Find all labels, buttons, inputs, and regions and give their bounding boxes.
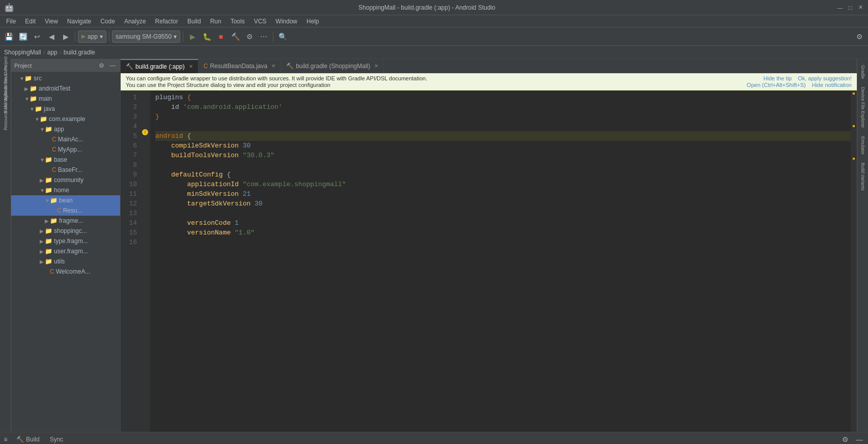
tree-item-bean[interactable]: ▼ 📁 bean [11,195,120,205]
sidebar-item-resource-manager[interactable]: Resource Manager [1,106,11,116]
toolbar-back-button[interactable]: ◀ [45,30,58,43]
tree-item-home[interactable]: ▼ 📁 home [11,185,120,195]
tree-item-androidtest[interactable]: ▶ 📁 androidTest [11,83,120,94]
sidebar-item-build-variants-right[interactable]: Build Variants [858,159,868,195]
tree-item-utils[interactable]: ▶ 📁 utils [11,256,120,267]
tree-label: androidTest [39,85,70,92]
code-content[interactable]: plugins { id 'com.android.application' }… [150,91,851,432]
tree-label: home [54,187,69,194]
menu-tools[interactable]: Tools [227,17,249,26]
code-editor[interactable]: 12345 678910 1112131415 16 ! plugins { i… [121,91,857,432]
folder-icon: 📁 [40,115,47,123]
tree-item-src[interactable]: ▼ 📁 src [11,73,120,83]
menu-build[interactable]: Build [183,17,205,26]
build-button[interactable]: 🔨 [229,30,242,43]
code-line: buildToolsVersion "30.0.3" [155,151,851,160]
maximize-button[interactable]: □ [847,4,854,11]
tree-item-fragme[interactable]: ▶ 📁 fragme... [11,216,120,226]
breadcrumb-sep-2: › [60,49,62,56]
toolbar-undo-button[interactable]: ↩ [31,30,44,43]
project-dropdown[interactable]: ▶ app ▾ [78,31,106,43]
toolbar-save-button[interactable]: 💾 [2,30,15,43]
tree-item-base[interactable]: ▼ 📁 base [11,155,120,165]
tree-item-java[interactable]: ▼ 📁 java [11,104,120,114]
folder-icon: 📁 [45,187,52,194]
device-dropdown[interactable]: samsung SM-G9550 ▾ [112,31,180,43]
breadcrumb: ShoppingMall › app › build.gradle [0,46,868,59]
tab-sync-label[interactable]: Sync [45,432,69,445]
arrow-icon: ▶ [40,228,45,234]
arrow-icon: ▼ [30,106,35,112]
sidebar-item-gradle[interactable]: Gradle [858,61,868,83]
tree-item-basefr[interactable]: C BaseFr... [11,165,120,175]
tree-item-welcomeactivity[interactable]: C WelcomeA... [11,267,120,277]
sidebar-item-emulator[interactable]: Emulator [858,132,868,159]
tree-item-resultbean[interactable]: C Resu... [11,205,120,216]
tree-item-typefragm[interactable]: ▶ 📁 type.fragm... [11,236,120,246]
open-shortcut-button[interactable]: Open (Ctrl+Alt+Shift+S) [747,82,806,88]
code-line: compileSdkVersion 30 [155,141,851,151]
arrow-icon: ▼ [24,96,30,102]
settings-icon[interactable]: ⚙ [853,30,866,43]
minimize-button[interactable]: — [836,4,844,11]
build-toggle-icon[interactable]: ≡ [0,436,11,443]
gradle-sync-icon[interactable]: ⚙ [243,30,256,43]
tab-close-icon[interactable]: ✕ [374,63,378,69]
code-line: targetSdkVersion 30 [155,199,851,209]
bottom-close-icon[interactable]: — [853,433,866,445]
tab-close-icon[interactable]: ✕ [271,63,275,69]
bottom-settings-icon[interactable]: ⚙ [838,433,852,445]
build-icon: 🔨 [16,436,24,443]
tab-icon: C [204,63,208,70]
tab-build-gradle-app[interactable]: 🔨 build.gradle (:app) ✕ [121,59,199,73]
bottom-tab-actions: ⚙ — [838,433,868,445]
chevron-down-icon: ▾ [100,33,103,40]
folder-icon: 📁 [35,105,42,112]
run-button[interactable]: ▶ [186,30,199,43]
tree-label: MyApp... [58,146,82,153]
more-tools-icon[interactable]: ⋯ [257,30,270,43]
hide-notification-button[interactable]: Hide notification [812,82,852,88]
hide-tip-button[interactable]: Hide the tip [764,75,792,81]
menu-vcs[interactable]: VCS [250,17,271,26]
ok-suggestion-button[interactable]: Ok, apply suggestion! [798,75,852,81]
breadcrumb-app[interactable]: app [47,49,58,56]
search-button[interactable]: 🔍 [276,30,289,43]
close-button[interactable]: ✕ [857,4,864,11]
menu-navigate[interactable]: Navigate [63,17,95,26]
menu-code[interactable]: Code [96,17,119,26]
toolbar-forward-button[interactable]: ▶ [59,30,72,43]
breadcrumb-build-gradle[interactable]: build.gradle [64,49,95,56]
panel-hide-icon[interactable]: — [108,61,117,70]
menu-run[interactable]: Run [206,17,226,26]
tree-item-myapp[interactable]: C MyApp... [11,144,120,155]
menu-view[interactable]: View [41,17,62,26]
tab-build-label[interactable]: 🔨 Build [11,432,45,445]
sidebar-item-device-file-explorer[interactable]: Device File Explorer [858,83,868,132]
tab-label: build.gradle (ShoppingMall) [296,63,370,70]
stop-button[interactable]: ■ [214,30,228,43]
menu-file[interactable]: File [2,17,20,26]
menu-help[interactable]: Help [302,17,323,26]
tree-item-main[interactable]: ▼ 📁 main [11,94,120,104]
tree-item-app[interactable]: ▼ 📁 app [11,124,120,134]
panel-settings-icon[interactable]: ⚙ [97,61,106,70]
tree-label: Resu... [63,207,82,214]
tab-resultbeandata[interactable]: C ResultBeanData.java ✕ [199,59,281,73]
tree-item-com-example[interactable]: ▼ 📁 com.example [11,114,120,124]
project-label: Project [14,63,32,69]
menu-analyze[interactable]: Analyze [120,17,150,26]
tree-item-mainactivity[interactable]: C MainAc... [11,134,120,144]
tab-build-gradle-shoppingmall[interactable]: 🔨 build.gradle (ShoppingMall) ✕ [281,59,384,73]
menu-edit[interactable]: Edit [21,17,40,26]
debug-button[interactable]: 🐛 [200,30,213,43]
tree-item-shoppingc[interactable]: ▶ 📁 shoppingc... [11,226,120,236]
menu-window[interactable]: Window [271,17,301,26]
tree-label: user.fragm... [54,248,88,255]
breadcrumb-shoppingmall[interactable]: ShoppingMall [4,49,41,56]
tree-item-userfragm[interactable]: ▶ 📁 user.fragm... [11,246,120,256]
toolbar-sync-button[interactable]: 🔄 [16,30,30,43]
menu-refactor[interactable]: Refactor [151,17,182,26]
tab-close-icon[interactable]: ✕ [189,64,193,69]
tree-item-community[interactable]: ▶ 📁 community [11,175,120,185]
